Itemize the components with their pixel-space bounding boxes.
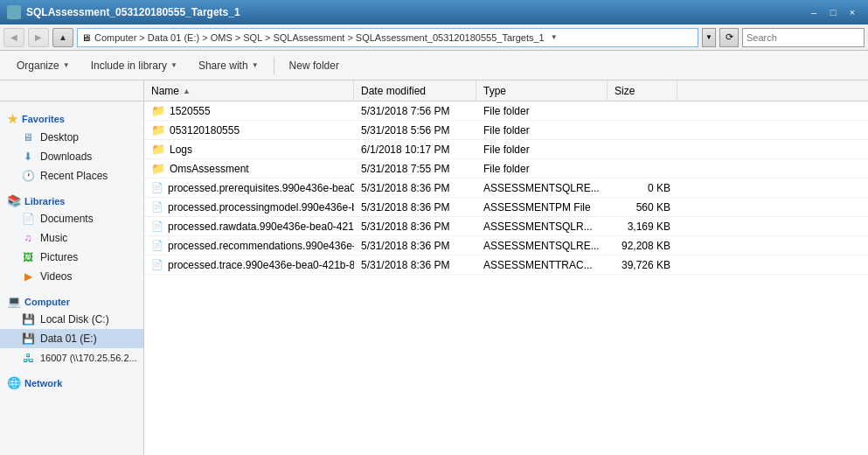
file-name: processed.recommendations.990e436e-bea..… — [168, 240, 354, 252]
sidebar-section-favorites[interactable]: ★ Favorites — [0, 108, 143, 128]
sidebar-section-network[interactable]: 🌐 Network — [0, 373, 143, 391]
organize-label: Organize — [17, 60, 59, 72]
file-type-cell: ASSESSMENTSQLR... — [476, 220, 608, 233]
maximize-button[interactable]: □ — [824, 4, 842, 20]
search-box[interactable]: 🔍 — [742, 28, 865, 47]
new-folder-button[interactable]: New folder — [280, 53, 349, 78]
sidebar-item-desktop[interactable]: 🖥 Desktop — [0, 128, 143, 147]
refresh-button[interactable]: ⟳ — [719, 28, 739, 47]
file-type: ASSESSMENTSQLRE... — [483, 182, 600, 194]
file-name: processed.rawdata.990e436e-bea0-421b-8..… — [168, 220, 354, 233]
file-date: 5/31/2018 5:56 PM — [361, 124, 449, 136]
file-size: 560 KB — [636, 201, 670, 214]
file-name-cell: 📄 processed.recommendations.990e436e-bea… — [144, 240, 354, 252]
file-name: processed.prerequisites.990e436e-bea0-42… — [168, 182, 354, 194]
minimize-button[interactable]: – — [805, 4, 823, 20]
address-arrow-btn[interactable]: ▼ — [702, 28, 716, 47]
col-header-type[interactable]: Type — [476, 80, 608, 102]
file-icon: 📄 — [151, 259, 163, 270]
close-button[interactable]: × — [844, 4, 861, 20]
file-name-cell: 📁 Logs — [144, 143, 354, 156]
forward-button[interactable]: ▶ — [28, 28, 49, 47]
sidebar-item-network-drive[interactable]: 🖧 16007 (\\170.25.56.2... — [0, 348, 143, 368]
file-type-cell: ASSESSMENTTRAC... — [476, 259, 608, 271]
downloads-icon: ⬇ — [21, 150, 35, 164]
sidebar-item-data-drive[interactable]: 💾 Data 01 (E:) — [0, 329, 143, 348]
file-date: 5/31/2018 8:36 PM — [361, 220, 449, 233]
table-row[interactable]: 📁 OmsAssessment 5/31/2018 7:55 PM File f… — [144, 159, 868, 178]
file-date-cell: 5/31/2018 5:56 PM — [354, 124, 476, 136]
table-row[interactable]: 📄 processed.processingmodel.990e436e-bea… — [144, 198, 868, 217]
file-date: 5/31/2018 8:36 PM — [361, 240, 449, 252]
file-date: 5/31/2018 8:36 PM — [361, 201, 449, 214]
file-type: ASSESSMENTPM File — [483, 201, 591, 214]
table-row[interactable]: 📁 053120180555 5/31/2018 5:56 PM File fo… — [144, 121, 868, 140]
col-header-size[interactable]: Size — [608, 80, 677, 102]
folder-icon: 📁 — [151, 143, 165, 156]
col-header-date[interactable]: Date modified — [354, 80, 476, 102]
file-name-cell: 📄 processed.prerequisites.990e436e-bea0-… — [144, 182, 354, 194]
computer-icon: 🖥 — [81, 32, 91, 43]
sidebar-section-libraries[interactable]: 📚 Libraries — [0, 191, 143, 209]
table-row[interactable]: 📁 Logs 6/1/2018 10:17 PM File folder — [144, 140, 868, 159]
file-date-cell: 5/31/2018 7:56 PM — [354, 105, 476, 117]
sidebar-section-computer[interactable]: 💻 Computer — [0, 291, 143, 310]
file-type-cell: File folder — [476, 144, 608, 156]
address-dropdown-arrow[interactable]: ▼ — [548, 29, 560, 46]
table-row[interactable]: 📄 processed.trace.990e436e-bea0-421b-845… — [144, 256, 868, 275]
documents-icon: 📄 — [21, 212, 35, 226]
file-date-cell: 5/31/2018 7:55 PM — [354, 163, 476, 175]
back-button[interactable]: ◀ — [3, 28, 24, 47]
file-type: File folder — [483, 144, 530, 156]
file-date: 5/31/2018 7:55 PM — [361, 163, 449, 175]
file-list: 📁 1520555 5/31/2018 7:56 PM File folder … — [144, 102, 868, 455]
toolbar: Organize ▼ Include in library ▼ Share wi… — [0, 51, 868, 80]
file-type: ASSESSMENTSQLRE... — [483, 240, 600, 252]
share-with-button[interactable]: Share with ▼ — [189, 53, 268, 78]
up-button[interactable]: ▲ — [52, 28, 73, 47]
sidebar-item-downloads[interactable]: ⬇ Downloads — [0, 147, 143, 166]
file-name: OmsAssessment — [170, 163, 249, 175]
file-date-cell: 5/31/2018 8:36 PM — [354, 259, 476, 271]
file-name-cell: 📄 processed.rawdata.990e436e-bea0-421b-8… — [144, 220, 354, 233]
column-headers: Name ▲ Date modified Type Size — [0, 80, 868, 102]
file-date: 6/1/2018 10:17 PM — [361, 144, 449, 156]
include-library-button[interactable]: Include in library ▼ — [81, 53, 187, 78]
content-area: ★ Favorites 🖥 Desktop ⬇ Downloads 🕐 Rece… — [0, 102, 868, 455]
file-size-cell: 560 KB — [608, 201, 677, 214]
organize-button[interactable]: Organize ▼ — [7, 53, 80, 78]
table-row[interactable]: 📄 processed.rawdata.990e436e-bea0-421b-8… — [144, 217, 868, 236]
local-disk-icon: 💾 — [21, 312, 35, 326]
file-date: 5/31/2018 8:36 PM — [361, 182, 449, 194]
table-row[interactable]: 📄 processed.recommendations.990e436e-bea… — [144, 236, 868, 256]
address-field[interactable]: 🖥 Computer > Data 01 (E:) > OMS > SQL > … — [77, 28, 698, 47]
file-name: Logs — [170, 144, 192, 156]
sidebar-item-music[interactable]: ♫ Music — [0, 228, 143, 248]
table-row[interactable]: 📄 processed.prerequisites.990e436e-bea0-… — [144, 178, 868, 198]
library-icon: 📚 — [7, 194, 21, 207]
sidebar-item-local-disk[interactable]: 💾 Local Disk (C:) — [0, 310, 143, 329]
file-date-cell: 5/31/2018 8:36 PM — [354, 220, 476, 233]
file-name: processed.trace.990e436e-bea0-421b-845c.… — [168, 259, 354, 271]
file-type-cell: ASSESSMENTSQLRE... — [476, 240, 608, 252]
table-row[interactable]: 📁 1520555 5/31/2018 7:56 PM File folder — [144, 102, 868, 121]
sidebar-item-recent-places[interactable]: 🕐 Recent Places — [0, 166, 143, 186]
organize-dropdown-icon: ▼ — [63, 61, 70, 69]
sidebar-col-spacer — [0, 80, 144, 101]
sidebar-item-documents[interactable]: 📄 Documents — [0, 209, 143, 228]
file-name: 1520555 — [170, 105, 211, 117]
search-input[interactable] — [746, 32, 867, 43]
file-type: File folder — [483, 124, 530, 136]
col-header-name[interactable]: Name ▲ — [144, 80, 354, 102]
address-bar: ◀ ▶ ▲ 🖥 Computer > Data 01 (E:) > OMS > … — [0, 24, 868, 51]
sort-arrow-icon: ▲ — [183, 87, 191, 95]
file-date: 5/31/2018 7:56 PM — [361, 105, 449, 117]
recent-places-icon: 🕐 — [21, 169, 35, 183]
computer-sidebar-icon: 💻 — [7, 295, 21, 308]
sidebar-item-pictures[interactable]: 🖼 Pictures — [0, 248, 143, 267]
file-name: 053120180555 — [170, 124, 240, 136]
toolbar-separator — [274, 57, 274, 74]
file-icon: 📄 — [151, 220, 163, 232]
sidebar-item-videos[interactable]: ▶ Videos — [0, 267, 143, 286]
folder-icon: 📁 — [151, 162, 165, 175]
